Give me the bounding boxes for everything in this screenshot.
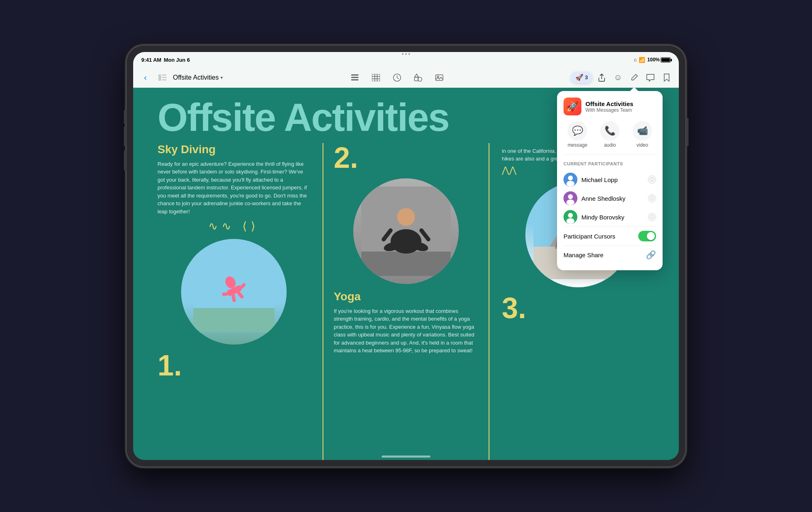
status-bar: 9:41 AM Mon Jun 6 ⌂ 📶 100% [133, 52, 679, 67]
participant-avatar-1 [564, 173, 577, 187]
comment-button[interactable] [644, 71, 657, 84]
svg-line-14 [397, 78, 399, 79]
activity-title-yoga: Yoga [334, 290, 478, 303]
section-skydiving: Sky Diving Ready for an epic adventure? … [158, 143, 322, 460]
svg-point-59 [568, 213, 573, 218]
audio-label: audio [604, 142, 616, 148]
message-icon-circle: 💬 [568, 121, 587, 141]
svg-rect-5 [351, 77, 358, 78]
svg-point-60 [566, 218, 574, 224]
document-title[interactable]: Offsite Activities ▾ [173, 74, 223, 81]
participant-row-1[interactable]: Michael Lopp ⓘ [564, 170, 656, 189]
activity-title-skydiving: Sky Diving [158, 143, 310, 156]
svg-rect-0 [158, 74, 161, 81]
svg-point-31 [397, 208, 415, 226]
message-action-button[interactable]: 💬 message [568, 121, 587, 148]
video-label: video [637, 142, 648, 148]
silent-switch[interactable] [124, 110, 126, 124]
svg-rect-3 [162, 79, 166, 80]
svg-rect-4 [351, 74, 358, 76]
main-title-text: Offsite Acti [158, 88, 354, 143]
activity-number-2: 2. [334, 143, 478, 172]
audio-icon-circle: 📞 [600, 121, 620, 141]
activity-desc-yoga: If you're looking for a vigorous workout… [334, 307, 478, 355]
svg-rect-1 [162, 74, 166, 76]
section-yoga: 2. [324, 143, 488, 460]
video-action-button[interactable]: 📹 video [633, 121, 652, 148]
battery-indicator: 100% [647, 57, 671, 63]
audio-action-button[interactable]: 📞 audio [600, 121, 620, 148]
table-button[interactable] [369, 71, 382, 84]
bookmark-button[interactable] [660, 71, 673, 84]
participant-cursors-toggle[interactable] [638, 231, 656, 241]
svg-point-53 [568, 176, 573, 180]
volume-up-button[interactable] [124, 126, 126, 146]
yoga-image [353, 178, 459, 284]
collaborate-button[interactable]: 🚀 3 [571, 72, 592, 83]
svg-marker-17 [415, 74, 419, 77]
status-time: 9:41 AM [141, 57, 161, 63]
participant-info-3[interactable]: ⓘ [648, 213, 656, 221]
participant-name-1: Michael Lopp [581, 176, 644, 183]
collab-count: 3 [585, 74, 588, 80]
cursor-setting-row: Participant Cursors [564, 226, 656, 245]
screen: 9:41 AM Mon Jun 6 ⌂ 📶 100% ‹ [133, 52, 679, 460]
sidebar-toggle-button[interactable] [156, 71, 169, 84]
photos-button[interactable] [433, 71, 446, 84]
participant-info-1[interactable]: ⓘ [648, 176, 656, 184]
svg-rect-7 [372, 74, 380, 81]
skydiving-image [181, 239, 287, 345]
participant-avatar-3 [564, 210, 577, 224]
participant-info-2[interactable]: ⓘ [648, 194, 656, 202]
manage-share-label: Manage Share [564, 252, 646, 258]
cursor-setting-label: Participant Cursors [564, 233, 638, 240]
participant-name-2: Anne Shedlosky [581, 195, 644, 202]
activity-number-3: 3. [502, 293, 654, 323]
participants-section-label: CURRENT PARTICIPANTS [564, 161, 656, 166]
activity-desc-skydiving: Ready for an epic adventure? Experience … [158, 160, 310, 216]
battery-percent: 100% [647, 57, 660, 63]
svg-rect-6 [351, 79, 358, 80]
main-title-text2: vities [354, 88, 449, 143]
list-view-button[interactable] [348, 71, 361, 84]
svg-rect-22 [193, 308, 274, 332]
emoji-button[interactable]: ☺ [611, 71, 624, 84]
svg-point-56 [568, 194, 573, 199]
message-label: message [568, 142, 587, 148]
device-wrapper: 9:41 AM Mon Jun 6 ⌂ 📶 100% ‹ [126, 45, 686, 467]
participant-avatar-2 [564, 191, 577, 205]
volume-down-button[interactable] [124, 150, 126, 171]
pencil-button[interactable] [628, 71, 641, 84]
popover-doc-title: Offsite Activities [585, 100, 633, 107]
svg-rect-30 [361, 252, 451, 276]
rocket-icon: 🚀 [575, 74, 583, 81]
shapes-button[interactable] [412, 71, 425, 84]
svg-point-57 [566, 200, 574, 205]
popover-app-icon: 🚀 [564, 98, 581, 115]
svg-point-32 [391, 229, 421, 254]
participant-row-2[interactable]: Anne Shedlosky ⓘ [564, 189, 656, 208]
power-button[interactable] [686, 118, 689, 146]
share-button[interactable] [595, 71, 608, 84]
manage-share-icon: 🔗 [646, 250, 656, 260]
participant-name-3: Mindy Borovsky [581, 214, 644, 221]
content-area: Offsite Acti vities Sky Diving Ready for… [133, 88, 679, 460]
back-button[interactable]: ‹ [139, 71, 152, 84]
participant-row-3[interactable]: Mindy Borovsky ⓘ [564, 208, 656, 226]
toolbar: ‹ Offsite Activities ▾ [133, 67, 679, 88]
svg-point-54 [566, 181, 574, 187]
popover-doc-subtitle: With Messages Team [585, 107, 633, 113]
wifi-strength: 📶 [639, 57, 645, 63]
clock-button[interactable] [391, 71, 404, 84]
chevron-down-icon: ▾ [220, 75, 223, 80]
activity-number-1: 1. [158, 351, 310, 380]
manage-share-row[interactable]: Manage Share 🔗 [564, 245, 656, 264]
svg-rect-2 [162, 77, 166, 78]
video-icon-circle: 📹 [633, 121, 652, 141]
status-date: Mon Jun 6 [164, 57, 190, 63]
collaborate-popover: 🚀 Offsite Activities With Messages Team … [557, 91, 663, 270]
wifi-icon: ⌂ [634, 57, 637, 63]
popover-header: 🚀 Offsite Activities With Messages Team [564, 98, 656, 115]
popover-actions: 💬 message 📞 audio 📹 video [564, 121, 656, 155]
doc-title-text: Offsite Activities [173, 74, 219, 81]
